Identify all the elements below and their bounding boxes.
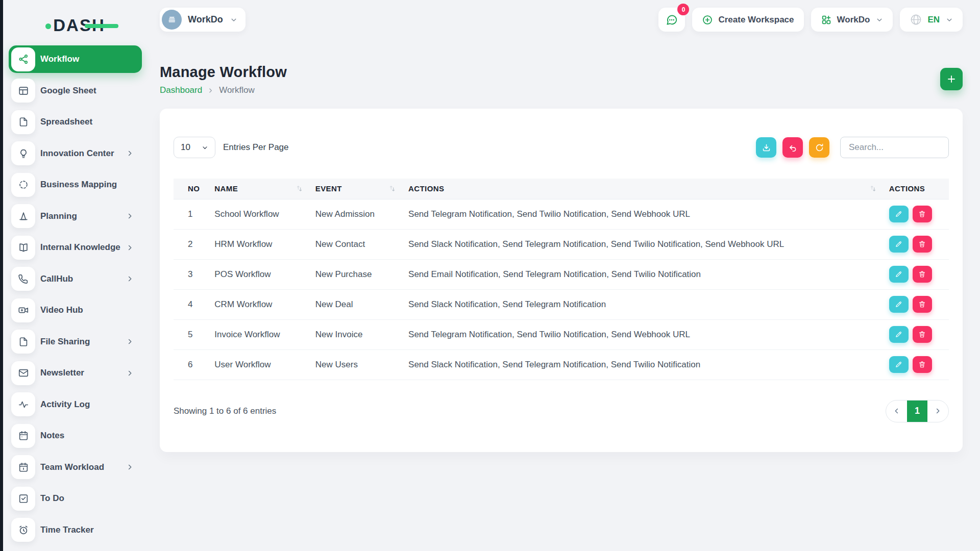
globe-icon bbox=[910, 13, 922, 26]
cell-no: 6 bbox=[174, 349, 208, 380]
row-actions bbox=[889, 296, 943, 313]
edit-button[interactable] bbox=[889, 266, 909, 283]
grid-plus-icon bbox=[821, 14, 832, 26]
sidebar-item-video-hub[interactable]: Video Hub bbox=[9, 296, 142, 324]
sidebar-item-team-workload[interactable]: Team Workload bbox=[9, 454, 142, 481]
row-actions bbox=[889, 206, 943, 222]
table-footer: Showing 1 to 6 of 6 entries 1 bbox=[174, 400, 949, 422]
cell-actions-text: Send Slack Notification, Send Telegram N… bbox=[402, 289, 883, 319]
sidebar-menu: Workflow Google Sheet Spreadsheet Innova… bbox=[0, 45, 151, 544]
sidebar-item-business-mapping[interactable]: Business Mapping bbox=[9, 171, 142, 198]
cell-actions-text: Send Email Notification, Send Telegram N… bbox=[402, 259, 883, 289]
chevron-down-icon bbox=[230, 16, 237, 23]
workspace-switcher[interactable]: WorkDo bbox=[160, 8, 246, 32]
delete-button[interactable] bbox=[913, 266, 932, 283]
edit-button[interactable] bbox=[889, 236, 909, 253]
sidebar-item-internal-knowledge[interactable]: Internal Knowledge bbox=[9, 234, 142, 261]
sidebar-item-workflow[interactable]: Workflow bbox=[9, 45, 142, 73]
logo-bar-accent bbox=[85, 24, 118, 28]
reset-button[interactable] bbox=[782, 137, 803, 158]
refresh-icon bbox=[815, 143, 824, 153]
sidebar-item-notes[interactable]: Notes bbox=[9, 422, 142, 449]
window-edge bbox=[0, 0, 3, 551]
pencil-icon bbox=[895, 210, 902, 218]
sidebar-item-label: Workflow bbox=[40, 54, 79, 64]
trash-icon bbox=[918, 300, 926, 308]
sidebar-item-file-sharing[interactable]: File Sharing bbox=[9, 328, 142, 356]
messages-button[interactable]: 0 bbox=[658, 8, 685, 32]
sort-icon[interactable] bbox=[869, 185, 877, 192]
sidebar-item-time-tracker[interactable]: Time Tracker bbox=[9, 516, 142, 544]
table-icon bbox=[11, 79, 35, 103]
sort-icon[interactable] bbox=[296, 185, 303, 192]
search-input[interactable] bbox=[840, 137, 949, 158]
language-selector[interactable]: EN bbox=[900, 8, 963, 32]
column-header-label: ACTIONS bbox=[889, 184, 925, 193]
column-header-label: NAME bbox=[214, 184, 238, 193]
row-actions bbox=[889, 236, 943, 253]
sidebar-item-planning[interactable]: Planning bbox=[9, 203, 142, 230]
chevron-down-icon bbox=[202, 144, 208, 151]
row-actions bbox=[889, 326, 943, 343]
create-workspace-button[interactable]: Create Workspace bbox=[692, 8, 803, 32]
trash-icon bbox=[918, 331, 926, 338]
sidebar-item-label: Team Workload bbox=[40, 462, 104, 472]
edit-button[interactable] bbox=[889, 356, 909, 373]
next-page-button[interactable] bbox=[927, 400, 948, 422]
chevron-right-icon bbox=[126, 463, 134, 471]
sidebar: DASH Workflow Google Sheet Spreadsheet I… bbox=[0, 0, 151, 551]
sidebar-item-google-sheet[interactable]: Google Sheet bbox=[9, 77, 142, 105]
sidebar-item-spreadsheet[interactable]: Spreadsheet bbox=[9, 108, 142, 136]
cell-event: New Admission bbox=[309, 199, 402, 229]
sidebar-item-label: Innovation Center bbox=[40, 148, 114, 159]
sidebar-item-label: Notes bbox=[40, 431, 64, 441]
sidebar-item-activity-log[interactable]: Activity Log bbox=[9, 391, 142, 418]
breadcrumb-dashboard-link[interactable]: Dashboard bbox=[160, 85, 202, 95]
delete-button[interactable] bbox=[913, 236, 932, 253]
previous-page-button[interactable] bbox=[886, 400, 907, 422]
row-actions bbox=[889, 266, 943, 283]
sidebar-item-callhub[interactable]: CallHub bbox=[9, 265, 142, 293]
app-logo[interactable]: DASH bbox=[0, 0, 151, 45]
workdo-apps-menu[interactable]: WorkDo bbox=[811, 8, 893, 32]
current-page-button[interactable]: 1 bbox=[907, 400, 927, 422]
trash-icon bbox=[918, 270, 926, 278]
add-workflow-button[interactable] bbox=[940, 68, 963, 90]
workflow-table: NO NAME EVENT ACTIONS ACTIONS 1 School bbox=[174, 179, 949, 380]
chevron-down-icon bbox=[876, 16, 883, 23]
column-header-label: NO bbox=[188, 184, 200, 193]
export-button[interactable] bbox=[756, 137, 776, 158]
check-square-icon bbox=[11, 487, 35, 511]
mail-icon bbox=[11, 361, 35, 385]
cell-actions-text: Send Slack Notification, Send Telegram N… bbox=[402, 349, 883, 380]
table-row: 3 POS Workflow New Purchase Send Email N… bbox=[174, 259, 949, 289]
sort-icon[interactable] bbox=[388, 185, 396, 192]
delete-button[interactable] bbox=[913, 206, 932, 222]
edit-button[interactable] bbox=[889, 326, 909, 343]
edit-button[interactable] bbox=[889, 206, 909, 222]
delete-button[interactable] bbox=[913, 326, 932, 343]
entries-per-page-select[interactable]: 10 bbox=[174, 137, 215, 158]
edit-button[interactable] bbox=[889, 296, 909, 313]
pencil-icon bbox=[895, 300, 902, 308]
sidebar-item-to-do[interactable]: To Do bbox=[9, 485, 142, 512]
workspace-name: WorkDo bbox=[188, 14, 223, 25]
workspace-avatar bbox=[162, 10, 182, 30]
table-body: 1 School Workflow New Admission Send Tel… bbox=[174, 199, 949, 380]
table-toolbar: 10 Entries Per Page bbox=[174, 137, 949, 158]
cone-icon bbox=[11, 204, 35, 228]
cell-no: 5 bbox=[174, 319, 208, 349]
pencil-icon bbox=[895, 331, 902, 338]
chevron-right-icon bbox=[126, 149, 134, 157]
sidebar-item-label: Time Tracker bbox=[40, 525, 94, 535]
refresh-button[interactable] bbox=[809, 137, 829, 158]
sidebar-item-newsletter[interactable]: Newsletter bbox=[9, 359, 142, 387]
chevron-right-icon bbox=[126, 275, 134, 283]
delete-button[interactable] bbox=[913, 296, 932, 313]
plus-circle-icon bbox=[702, 14, 713, 26]
sidebar-item-label: File Sharing bbox=[40, 337, 90, 347]
note-icon bbox=[11, 424, 35, 448]
chevron-right-icon bbox=[126, 369, 134, 377]
sidebar-item-innovation-center[interactable]: Innovation Center bbox=[9, 140, 142, 167]
delete-button[interactable] bbox=[913, 356, 932, 373]
